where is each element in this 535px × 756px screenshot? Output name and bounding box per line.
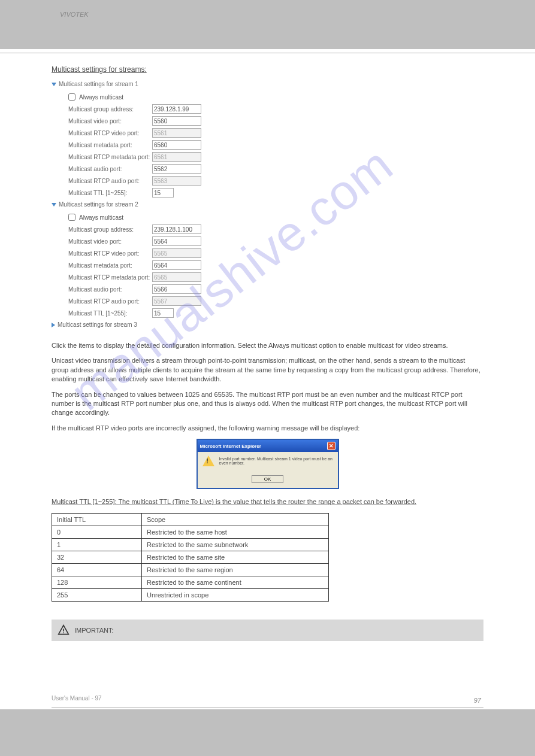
page-number: 97	[474, 697, 481, 704]
stream2-audio-port[interactable]	[152, 284, 201, 294]
stream2-group-address[interactable]	[152, 224, 201, 234]
stream2-metadata-port[interactable]	[152, 260, 201, 270]
chevron-down-icon	[52, 203, 56, 207]
footer-text: User's Manual - 97	[52, 695, 483, 702]
stream1-rtcp-video-port	[152, 128, 201, 138]
stream1-title: Multicast settings for stream 1	[59, 81, 138, 87]
paragraph: Unicast video transmission delivers a st…	[52, 356, 483, 384]
stream1-always-label: Always multicast	[79, 94, 123, 101]
footer-rule	[52, 708, 483, 708]
field-label: Multicast metadata port:	[68, 262, 152, 269]
table-header: Scope	[142, 513, 329, 526]
warning-dialog: Microsoft Internet Explorer ✕ Invalid po…	[197, 439, 339, 489]
paragraph: If the multicast RTP video ports are inc…	[52, 424, 483, 433]
paragraph: The ports can be changed to values betwe…	[52, 390, 483, 418]
field-label: Multicast audio port:	[68, 166, 152, 172]
field-label: Multicast RTCP video port:	[68, 130, 152, 136]
stream2-rtcp-audio-port	[152, 296, 201, 306]
ttl-table: Initial TTLScope 0Restricted to the same…	[52, 513, 329, 602]
field-label: Multicast audio port:	[68, 286, 152, 293]
paragraph: Click the items to display the detailed …	[52, 341, 483, 350]
field-label: Multicast RTCP audio port:	[68, 178, 152, 184]
ok-button[interactable]: OK	[252, 475, 284, 483]
field-label: Multicast video port:	[68, 238, 152, 245]
field-label: Multicast TTL [1~255]:	[68, 310, 152, 317]
stream2-always-label: Always multicast	[79, 214, 123, 221]
field-label: Multicast RTCP audio port:	[68, 298, 152, 305]
warning-icon	[202, 456, 214, 466]
stream2-always-checkbox[interactable]	[68, 214, 75, 221]
table-row: 255Unrestricted in scope	[52, 588, 329, 601]
field-label: Multicast group address:	[68, 226, 152, 233]
section-title: Multicast settings for streams:	[52, 65, 483, 74]
table-row: 128Restricted to the same continent	[52, 576, 329, 588]
field-label: Multicast RTCP metadata port:	[68, 274, 152, 281]
footer-bar	[0, 709, 535, 756]
field-label: Multicast TTL [1~255]:	[68, 190, 152, 196]
stream2-ttl[interactable]	[152, 308, 174, 318]
stream3-title: Multicast settings for stream 3	[58, 321, 137, 328]
field-label: Multicast group address:	[68, 106, 152, 113]
table-row: 1Restricted to the same subnetwork	[52, 538, 329, 551]
stream1-audio-port[interactable]	[152, 164, 201, 174]
chevron-down-icon	[52, 83, 56, 86]
stream1-toggle[interactable]: Multicast settings for stream 1	[52, 80, 483, 89]
dialog-message: Invalid port number. Multicast stream 1 …	[219, 457, 333, 465]
close-icon[interactable]: ✕	[327, 442, 335, 450]
field-label: Multicast metadata port:	[68, 142, 152, 148]
dialog-title: Microsoft Internet Explorer	[200, 444, 261, 449]
dialog-body: Invalid port number. Multicast stream 1 …	[198, 452, 338, 470]
stream1-rtcp-audio-port	[152, 176, 201, 186]
stream2-block: Always multicast Multicast group address…	[52, 209, 483, 320]
alert-icon	[58, 624, 69, 636]
ttl-description: Multicast TTL [1~255]: The multicast TTL…	[52, 497, 483, 506]
table-row: 32Restricted to the same site	[52, 551, 329, 563]
stream2-title: Multicast settings for stream 2	[59, 201, 138, 208]
stream2-toggle[interactable]: Multicast settings for stream 2	[52, 200, 483, 209]
svg-point-1	[63, 632, 64, 633]
stream3-toggle[interactable]: Multicast settings for stream 3	[52, 320, 483, 329]
stream1-ttl[interactable]	[152, 188, 174, 198]
stream1-metadata-port[interactable]	[152, 140, 201, 150]
config-panel: Multicast settings for stream 1 Always m…	[52, 80, 483, 329]
stream1-group-address[interactable]	[152, 104, 201, 114]
stream1-block: Always multicast Multicast group address…	[52, 89, 483, 200]
important-note: IMPORTANT:	[52, 620, 483, 641]
table-row: 0Restricted to the same host	[52, 526, 329, 538]
table-row: 64Restricted to the same region	[52, 563, 329, 576]
field-label: Multicast video port:	[68, 118, 152, 125]
stream1-video-port[interactable]	[152, 116, 201, 126]
important-label: IMPORTANT:	[74, 627, 114, 634]
stream2-video-port[interactable]	[152, 236, 201, 246]
table-header: Initial TTL	[52, 513, 142, 526]
field-label: Multicast RTCP video port:	[68, 250, 152, 257]
header-brand: VIVOTEK	[60, 11, 89, 18]
field-label: Multicast RTCP metadata port:	[68, 154, 152, 160]
stream1-rtcp-metadata-port	[152, 152, 201, 162]
dialog-titlebar: Microsoft Internet Explorer ✕	[198, 440, 338, 452]
stream2-rtcp-video-port	[152, 248, 201, 258]
stream2-rtcp-metadata-port	[152, 272, 201, 282]
stream1-always-checkbox[interactable]	[68, 93, 75, 101]
chevron-right-icon	[52, 323, 55, 327]
header-bar	[0, 0, 535, 49]
